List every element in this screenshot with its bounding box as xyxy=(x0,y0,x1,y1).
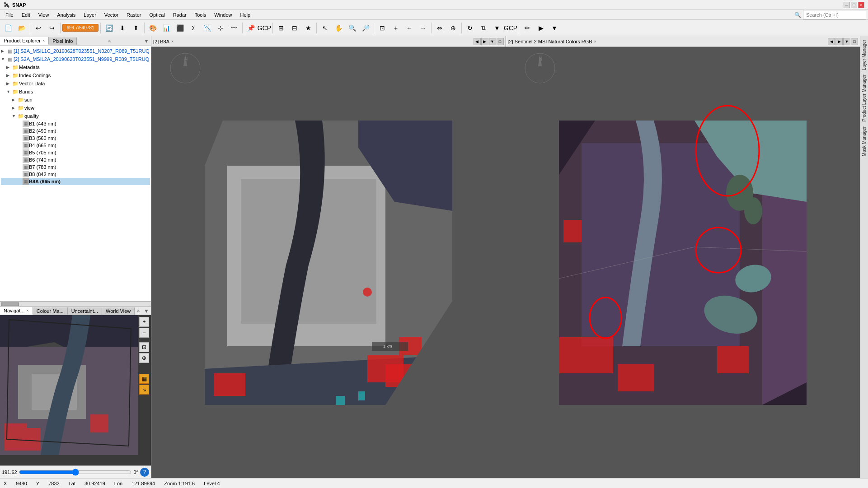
menu-raster[interactable]: Raster xyxy=(123,11,145,19)
tree-item-index-codings[interactable]: ▶ 📁 Index Codings xyxy=(1,71,150,79)
import-button[interactable]: ⬇ xyxy=(116,22,129,34)
maximize-button[interactable]: □ xyxy=(851,2,857,8)
tab-product-explorer-close[interactable]: × xyxy=(42,38,45,43)
nav-zoom-in[interactable]: + xyxy=(139,317,149,327)
flip-button[interactable]: ⇅ xyxy=(477,22,490,34)
tab-uncertainty[interactable]: Uncertaint... xyxy=(68,307,102,315)
tree-item-sun[interactable]: ▶ 📁 sun xyxy=(1,96,150,104)
cursor-button[interactable]: ↖ xyxy=(319,22,331,34)
tree-item-b6[interactable]: ▦ B6 (740 nm) xyxy=(1,156,150,163)
sync-views[interactable]: ⇔ xyxy=(433,22,446,34)
menu-edit[interactable]: Edit xyxy=(18,11,34,19)
right-panel-next[interactable]: ▶ xyxy=(835,38,843,45)
mask-button[interactable]: ⬛ xyxy=(174,22,186,34)
menu-analysis[interactable]: Analysis xyxy=(53,11,79,19)
menu-file[interactable]: File xyxy=(2,11,17,19)
statistics-button[interactable]: Σ xyxy=(187,22,200,34)
draw-button[interactable]: ✏ xyxy=(521,22,534,34)
menu-optical[interactable]: Optical xyxy=(145,11,168,19)
histogram-button[interactable]: 📉 xyxy=(201,22,213,34)
rotate-button[interactable]: ↻ xyxy=(464,22,476,34)
bottom-panel-menu[interactable]: ▼ xyxy=(142,308,151,314)
zoom-pixel[interactable]: + xyxy=(389,22,402,34)
more-tools[interactable]: ▼ xyxy=(491,22,503,34)
center-panel-dropdown[interactable]: ▼ xyxy=(489,38,496,45)
nav-zoom-out[interactable]: − xyxy=(139,328,149,338)
nav-help-button[interactable]: ? xyxy=(140,468,149,477)
tab-colour-map[interactable]: Colour Ma... xyxy=(33,307,68,315)
menu-radar[interactable]: Radar xyxy=(169,11,190,19)
zoom-in-button[interactable]: 🔍 xyxy=(346,22,358,34)
undo-button[interactable]: ↩ xyxy=(32,22,45,34)
open-button[interactable]: 📂 xyxy=(15,22,28,34)
tab-product-explorer[interactable]: Product Explorer × xyxy=(0,37,49,45)
tree-item-b8a[interactable]: ▦ B8A (865 nm) xyxy=(1,178,150,185)
left-panel-menu[interactable]: ▼ xyxy=(142,38,151,44)
mask-manager-label[interactable]: Mask Manager xyxy=(861,125,868,158)
right-panel-prev[interactable]: ◀ xyxy=(828,38,835,45)
tree-item-b4[interactable]: ▦ B4 (665 nm) xyxy=(1,142,150,149)
close-button[interactable]: × xyxy=(858,2,864,8)
pan-button[interactable]: ✋ xyxy=(332,22,345,34)
new-button[interactable]: 📄 xyxy=(2,22,14,34)
profile-button[interactable]: 〰 xyxy=(228,22,240,34)
zoom-prev[interactable]: ← xyxy=(403,22,416,34)
redo-button[interactable]: ↪ xyxy=(46,22,58,34)
tree-item-s2a2[interactable]: ▼ ▦ [2] S2A_MSIL2A_20190628T023551_N9999… xyxy=(1,55,150,63)
tree-item-vector-data[interactable]: ▶ 📁 Vector Data xyxy=(1,79,150,88)
menu-help[interactable]: Help xyxy=(236,11,254,19)
tree-item-metadata[interactable]: ▶ 📁 Metadata xyxy=(1,63,150,71)
zoom-to-fit[interactable]: ⊡ xyxy=(376,22,389,34)
layer-button[interactable]: 📊 xyxy=(160,22,173,34)
expand-button[interactable]: ▶ xyxy=(535,22,547,34)
bottom-panel-close[interactable]: × xyxy=(135,308,142,314)
layer-manager-label[interactable]: Layer Manager xyxy=(861,38,868,72)
spectrum-button[interactable]: ★ xyxy=(302,22,314,34)
search-input[interactable] xyxy=(803,10,866,20)
tab-navigator[interactable]: Navigat... × xyxy=(0,307,33,315)
tree-item-b8[interactable]: ▦ B8 (842 nm) xyxy=(1,171,150,178)
minimize-button[interactable]: ─ xyxy=(844,2,850,8)
menu-vector[interactable]: Vector xyxy=(101,11,122,19)
nav-pixel[interactable]: ⊕ xyxy=(139,353,149,363)
tree-item-view[interactable]: ▶ 📁 view xyxy=(1,104,150,112)
tree-item-b5[interactable]: ▦ B5 (705 nm) xyxy=(1,149,150,156)
tab-world-view[interactable]: World View xyxy=(102,307,135,315)
menu-layer[interactable]: Layer xyxy=(80,11,100,19)
product-layer-manager-label[interactable]: Product Layer Manager xyxy=(861,73,868,124)
refresh-button[interactable]: 🔄 xyxy=(103,22,115,34)
left-panel-close[interactable]: × xyxy=(106,38,113,44)
color-manip-button[interactable]: 🎨 xyxy=(146,22,159,34)
sync-cursor[interactable]: ⊕ xyxy=(447,22,460,34)
export-button[interactable]: ⬆ xyxy=(130,22,142,34)
center-panel-close[interactable]: × xyxy=(171,39,174,44)
scatter-button[interactable]: ⊹ xyxy=(214,22,227,34)
nav-zoom-slider[interactable] xyxy=(19,469,132,475)
tree-item-quality[interactable]: ▼ 📁 quality xyxy=(1,112,150,120)
center-panel-prev[interactable]: ◀ xyxy=(474,38,481,45)
nav-extra1[interactable]: ▦ xyxy=(139,374,149,384)
tab-pixel-info[interactable]: Pixel Info xyxy=(49,37,77,45)
tree-item-b2[interactable]: ▦ B2 (490 nm) xyxy=(1,127,150,135)
tree-item-b3[interactable]: ▦ B3 (560 nm) xyxy=(1,135,150,142)
center-panel-next[interactable]: ▶ xyxy=(481,38,488,45)
pin-button[interactable]: 📌 xyxy=(244,22,257,34)
menu-tools[interactable]: Tools xyxy=(191,11,210,19)
right-panel-close[interactable]: × xyxy=(594,39,596,44)
right-panel-expand[interactable]: □ xyxy=(851,38,858,45)
scrollbar-thumb-h[interactable] xyxy=(1,302,19,306)
nav-extra2[interactable]: ↘ xyxy=(139,385,149,395)
tree-item-bands[interactable]: ▼ 📁 Bands xyxy=(1,88,150,96)
horizontal-scrollbar[interactable] xyxy=(0,301,151,307)
tree-item-s2a1[interactable]: ▶ ▦ [1] S2A_MSIL1C_20190628T023551_N0207… xyxy=(1,47,150,55)
tab-navigator-close[interactable]: × xyxy=(26,308,28,313)
gcp2-button[interactable]: GCP xyxy=(504,22,517,34)
tree-item-b7[interactable]: ▦ B7 (783 nm) xyxy=(1,163,150,171)
right-panel-dropdown[interactable]: ▼ xyxy=(843,38,850,45)
menu-view[interactable]: View xyxy=(35,11,53,19)
nav-fit[interactable]: ⊡ xyxy=(139,342,149,352)
grid2-button[interactable]: ⊟ xyxy=(288,22,301,34)
collapse-button[interactable]: ▼ xyxy=(548,22,561,34)
grid-button[interactable]: ⊞ xyxy=(275,22,287,34)
center-panel-expand[interactable]: □ xyxy=(497,38,504,45)
